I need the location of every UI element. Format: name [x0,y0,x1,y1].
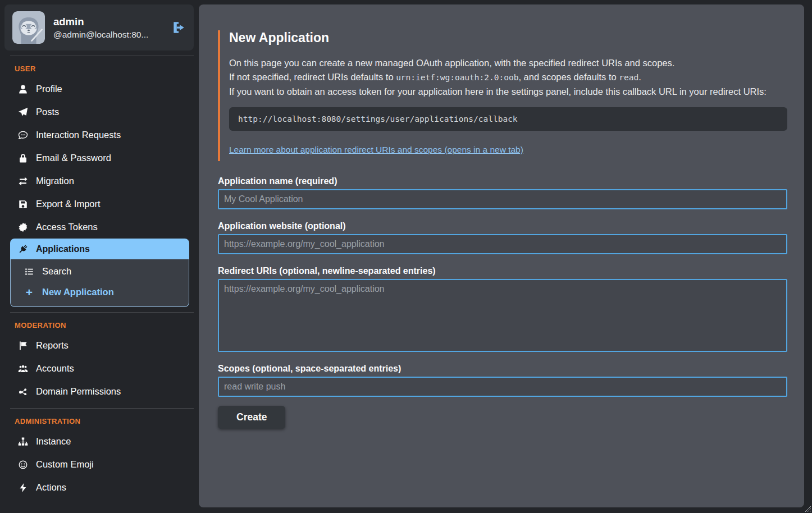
sidebar-item-profile[interactable]: Profile [4,77,194,100]
sidebar-item-migration[interactable]: Migration [4,170,194,193]
user-handle: @admin@localhost:80... [53,30,148,40]
arrows-left-right-icon [17,176,29,186]
sidebar-item-label: Posts [36,107,59,117]
avatar [12,11,45,44]
users-icon [17,363,29,374]
settings-sidebar: admin @admin@localhost:80... USER Profil… [0,0,199,513]
comment-dots-icon [17,130,29,140]
sidebar-item-label: Instance [36,436,71,447]
application-website-input[interactable] [218,234,787,254]
certificate-icon [17,222,29,232]
list-icon [23,266,35,277]
sitemap-icon [17,436,29,447]
new-application-form: Application name (required) Application … [218,176,787,429]
page-title: New Application [229,30,787,45]
application-website-label: Application website (optional) [218,221,787,231]
resize-grip[interactable] [804,505,811,512]
share-nodes-icon [17,386,29,397]
inline-code-read: read [619,73,638,82]
scopes-input[interactable] [218,377,787,397]
plus-icon: + [23,287,35,297]
sidebar-item-label: Custom Emoji [36,459,94,470]
divider [10,408,194,409]
sidebar-item-applications[interactable]: Applications [10,239,189,259]
sidebar-item-interaction-requests[interactable]: Interaction Requests [4,123,194,146]
flag-icon [17,340,29,351]
new-application-panel: New Application On this page you can cre… [199,4,804,507]
section-heading-moderation: MODERATION [15,321,194,329]
sidebar-item-label: Interaction Requests [36,130,121,140]
floppy-disk-icon [17,199,29,209]
intro-text: On this page you can create a new manage… [229,56,787,99]
sidebar-group-applications: Applications Search + New Application [10,239,189,307]
sidebar-item-label: Domain Permissions [36,386,121,397]
field-scopes: Scopes (optional, space-separated entrie… [218,364,787,397]
sidebar-item-label: Email & Password [36,153,111,163]
sidebar-item-accounts[interactable]: Accounts [4,357,194,380]
sidebar-item-label: Accounts [36,363,74,374]
section-heading-administration: ADMINISTRATION [15,417,194,425]
plug-icon [17,244,29,254]
sidebar-item-label: Migration [36,176,74,186]
paper-plane-icon [17,107,29,117]
sidebar-item-domain-permissions[interactable]: Domain Permissions [4,380,194,403]
divider [10,56,194,56]
create-button[interactable]: Create [218,406,285,429]
sidebar-item-reports[interactable]: Reports [4,334,194,357]
sidebar-item-applications-search[interactable]: Search [11,261,189,282]
intro-line2-post: . [638,72,641,82]
sign-out-icon[interactable] [171,20,186,35]
field-application-website: Application website (optional) [218,221,787,254]
sidebar-item-posts[interactable]: Posts [4,100,194,123]
sidebar-item-label: Actions [36,482,66,493]
intro-line2-pre: If not specified, redirect URIs defaults… [229,72,396,82]
user-names: admin @admin@localhost:80... [53,16,148,40]
sidebar-item-label: Applications [36,244,90,254]
smile-icon [17,459,29,470]
sidebar-item-actions[interactable]: Actions [4,476,194,499]
sidebar-item-label: Reports [36,340,69,351]
sidebar-item-access-tokens[interactable]: Access Tokens [4,216,194,239]
sidebar-item-applications-new[interactable]: + New Application [11,282,189,303]
page-header: New Application On this page you can cre… [218,30,787,161]
sidebar-item-instance[interactable]: Instance [4,430,194,453]
sidebar-item-email-password[interactable]: Email & Password [4,146,194,170]
sidebar-item-custom-emoji[interactable]: Custom Emoji [4,453,194,476]
sidebar-item-export-import[interactable]: Export & Import [4,193,194,216]
lock-icon [17,153,29,163]
sidebar-item-label: Search [42,266,71,277]
redirect-uris-textarea[interactable] [218,279,787,352]
applications-submenu: Search + New Application [10,259,189,307]
sidebar-item-label: New Application [42,287,114,297]
user-display-name: admin [53,16,148,28]
intro-line2-mid: , and scopes defaults to [518,72,619,82]
learn-more-link[interactable]: Learn more about application redirect UR… [229,145,523,155]
redirect-uris-label: Redirect URIs (optional, newline-separat… [218,266,787,276]
callback-url-code: http://localhost:8080/settings/user/appl… [229,107,787,131]
user-card[interactable]: admin @admin@localhost:80... [4,4,194,51]
bolt-icon [17,482,29,493]
section-heading-user: USER [15,65,194,73]
field-application-name: Application name (required) [218,176,787,209]
field-redirect-uris: Redirect URIs (optional, newline-separat… [218,266,787,352]
intro-line1: On this page you can create a new manage… [229,58,674,68]
inline-code-oob: urn:ietf:wg:oauth:2.0:oob [396,73,518,82]
sidebar-item-label: Export & Import [36,199,101,209]
application-name-label: Application name (required) [218,176,787,186]
user-icon [17,84,29,94]
divider [10,312,194,313]
intro-line3: If you want to obtain an access token fo… [229,86,767,97]
sidebar-item-label: Profile [36,84,62,94]
scopes-label: Scopes (optional, space-separated entrie… [218,364,787,374]
sidebar-item-label: Access Tokens [36,222,98,232]
application-name-input[interactable] [218,189,787,209]
